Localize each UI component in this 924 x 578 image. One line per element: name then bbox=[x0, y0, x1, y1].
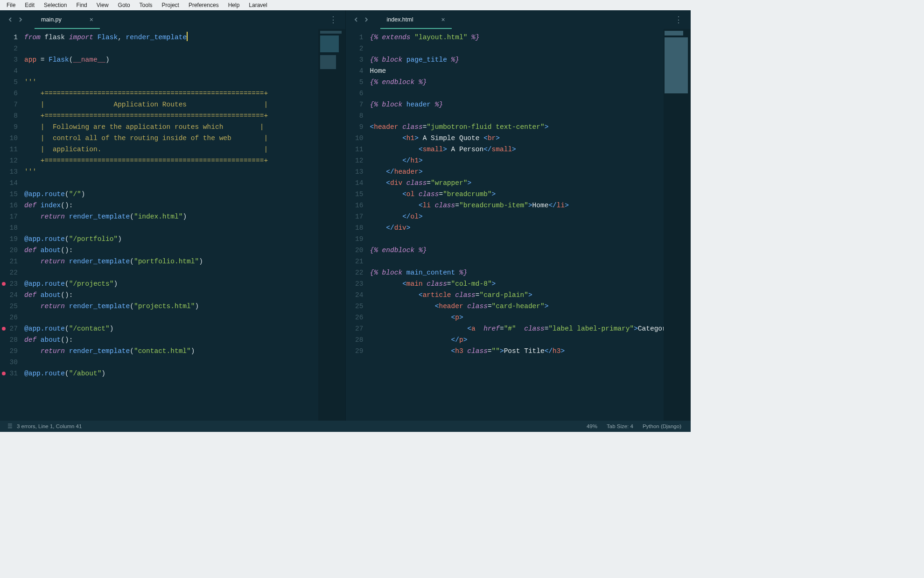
menu-view[interactable]: View bbox=[92, 2, 113, 8]
tab-row-left: main.py × ⋮ bbox=[0, 10, 345, 29]
tab-main-py[interactable]: main.py × bbox=[35, 10, 100, 29]
gutter-left[interactable]: 1234567891011121314151617181920212223242… bbox=[0, 29, 22, 421]
code-right[interactable]: {% extends "layout.html" %} {% block pag… bbox=[368, 29, 664, 421]
tab-label: index.html bbox=[387, 16, 413, 23]
nav-forward-button[interactable] bbox=[16, 15, 25, 24]
menu-goto[interactable]: Goto bbox=[113, 2, 135, 8]
menu-selection[interactable]: Selection bbox=[39, 2, 71, 8]
tab-index-html[interactable]: index.html × bbox=[380, 10, 452, 29]
gutter-right[interactable]: 1234567891011121314151617181920212223242… bbox=[346, 29, 368, 421]
close-icon[interactable]: × bbox=[441, 16, 445, 23]
close-icon[interactable]: × bbox=[90, 16, 93, 23]
menu-edit[interactable]: Edit bbox=[20, 2, 39, 8]
tab-overflow-icon[interactable]: ⋮ bbox=[674, 14, 683, 25]
menubar: FileEditSelectionFindViewGotoToolsProjec… bbox=[0, 0, 691, 10]
minimap-left[interactable] bbox=[318, 29, 345, 421]
code-left[interactable]: from flask import Flask, render_template… bbox=[22, 29, 318, 421]
nav-back-button[interactable] bbox=[351, 15, 361, 24]
menu-find[interactable]: Find bbox=[71, 2, 91, 8]
tab-row-right: index.html × ⋮ bbox=[346, 10, 691, 29]
minimap-right[interactable] bbox=[664, 29, 691, 421]
tab-label: main.py bbox=[41, 16, 62, 23]
editor-pane-right: index.html × ⋮ 1234567891011121314151617… bbox=[345, 10, 691, 421]
menu-file[interactable]: File bbox=[2, 2, 20, 8]
nav-forward-button[interactable] bbox=[362, 15, 371, 24]
status-tab-size[interactable]: Tab Size: 4 bbox=[602, 423, 638, 429]
menu-project[interactable]: Project bbox=[157, 2, 184, 8]
nav-back-button[interactable] bbox=[6, 15, 15, 24]
menu-preferences[interactable]: Preferences bbox=[184, 2, 224, 8]
status-language[interactable]: Python (Django) bbox=[638, 423, 686, 429]
menu-tools[interactable]: Tools bbox=[135, 2, 157, 8]
status-menu-icon[interactable]: ☰ bbox=[5, 423, 12, 430]
status-percent[interactable]: 49% bbox=[582, 423, 602, 429]
editor-pane-left: main.py × ⋮ 1234567891011121314151617181… bbox=[0, 10, 345, 421]
menu-help[interactable]: Help bbox=[224, 2, 245, 8]
status-errors[interactable]: 3 errors, Line 1, Column 41 bbox=[12, 423, 86, 429]
status-bar: ☰ 3 errors, Line 1, Column 41 49% Tab Si… bbox=[0, 421, 691, 432]
menu-laravel[interactable]: Laravel bbox=[244, 2, 272, 8]
tab-overflow-icon[interactable]: ⋮ bbox=[329, 14, 338, 25]
